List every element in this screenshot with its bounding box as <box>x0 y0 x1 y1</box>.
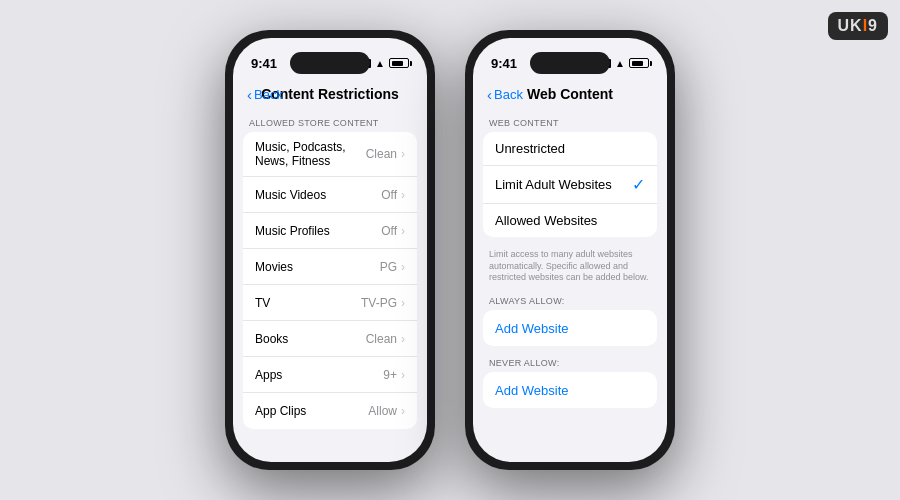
chevron-icon-0: › <box>401 147 405 161</box>
battery-icon-right <box>629 58 649 68</box>
row-value-2: Off <box>381 224 397 238</box>
row-value-4: TV-PG <box>361 296 397 310</box>
chevron-icon-7: › <box>401 404 405 418</box>
row-value-5: Clean <box>366 332 397 346</box>
nav-bar-left: ‹ Back Content Restrictions <box>233 82 427 110</box>
row-label-6: Apps <box>255 368 383 382</box>
dynamic-island-left <box>290 52 370 74</box>
checkmark-icon: ✓ <box>632 175 645 194</box>
chevron-icon-5: › <box>401 332 405 346</box>
web-content-section: WEB CONTENT Unrestricted Limit Adult Web… <box>473 110 667 462</box>
battery-icon-left <box>389 58 409 68</box>
wifi-icon-right: ▲ <box>615 58 625 69</box>
status-time-right: 9:41 <box>491 56 517 71</box>
list-item[interactable]: Allowed Websites <box>483 204 657 237</box>
chevron-icon-4: › <box>401 296 405 310</box>
web-options-group: Unrestricted Limit Adult Websites ✓ Allo… <box>483 132 657 237</box>
never-allow-header: NEVER ALLOW: <box>473 354 667 372</box>
list-item[interactable]: Limit Adult Websites ✓ <box>483 166 657 204</box>
web-row-allowed: Allowed Websites <box>495 213 597 228</box>
row-value-1: Off <box>381 188 397 202</box>
chevron-icon-1: › <box>401 188 405 202</box>
watermark-text-uk: UK <box>838 17 863 34</box>
table-row[interactable]: TV TV-PG › <box>243 285 417 321</box>
add-website-label-always: Add Website <box>495 321 568 336</box>
list-item[interactable]: Unrestricted <box>483 132 657 166</box>
table-row[interactable]: Music Profiles Off › <box>243 213 417 249</box>
watermark-text-num: 9 <box>868 17 878 34</box>
row-value-3: PG <box>380 260 397 274</box>
chevron-icon-6: › <box>401 368 405 382</box>
table-row[interactable]: Music, Podcasts, News, Fitness Clean › <box>243 132 417 177</box>
table-row[interactable]: Apps 9+ › <box>243 357 417 393</box>
wifi-icon-left: ▲ <box>375 58 385 69</box>
table-row[interactable]: Movies PG › <box>243 249 417 285</box>
web-row-limit-adult: Limit Adult Websites <box>495 177 612 192</box>
row-label-7: App Clips <box>255 404 368 418</box>
description-text: Limit access to many adult websites auto… <box>473 245 667 290</box>
back-button-left[interactable]: ‹ Back <box>247 86 283 103</box>
back-label-right: Back <box>494 87 523 102</box>
row-label-2: Music Profiles <box>255 224 381 238</box>
dynamic-island-right <box>530 52 610 74</box>
never-allow-group: Add Website <box>483 372 657 408</box>
phone-left: 9:41 ▲ ‹ Back Content Restrictions <box>225 30 435 470</box>
add-website-label-never: Add Website <box>495 383 568 398</box>
phone-left-screen: 9:41 ▲ ‹ Back Content Restrictions <box>233 38 427 462</box>
chevron-left-icon: ‹ <box>247 86 252 103</box>
row-value-0: Clean <box>366 147 397 161</box>
row-label-5: Books <box>255 332 366 346</box>
row-value-7: Allow <box>368 404 397 418</box>
row-label-3: Movies <box>255 260 380 274</box>
watermark: UKI9 <box>828 12 888 40</box>
always-allow-group: Add Website <box>483 310 657 346</box>
status-time-left: 9:41 <box>251 56 277 71</box>
back-button-right[interactable]: ‹ Back <box>487 86 523 103</box>
add-website-button-never[interactable]: Add Website <box>483 372 657 408</box>
row-value-6: 9+ <box>383 368 397 382</box>
settings-group-left: Music, Podcasts, News, Fitness Clean › M… <box>243 132 417 429</box>
back-label-left: Back <box>254 87 283 102</box>
settings-section-left: ALLOWED STORE CONTENT Music, Podcasts, N… <box>233 110 427 462</box>
web-section-header: WEB CONTENT <box>473 110 667 132</box>
phone-right-screen: 9:41 ▲ ‹ Back Web Content <box>473 38 667 462</box>
row-label-4: TV <box>255 296 361 310</box>
chevron-icon-3: › <box>401 260 405 274</box>
table-row[interactable]: Music Videos Off › <box>243 177 417 213</box>
table-row[interactable]: App Clips Allow › <box>243 393 417 429</box>
row-label-1: Music Videos <box>255 188 381 202</box>
add-website-button[interactable]: Add Website <box>483 310 657 346</box>
table-row[interactable]: Books Clean › <box>243 321 417 357</box>
row-label-0: Music, Podcasts, News, Fitness <box>255 140 366 168</box>
chevron-icon-2: › <box>401 224 405 238</box>
section-header-left: ALLOWED STORE CONTENT <box>233 110 427 132</box>
chevron-left-icon-right: ‹ <box>487 86 492 103</box>
nav-bar-right: ‹ Back Web Content <box>473 82 667 110</box>
phone-right: 9:41 ▲ ‹ Back Web Content <box>465 30 675 470</box>
web-row-unrestricted: Unrestricted <box>495 141 565 156</box>
always-allow-header: ALWAYS ALLOW: <box>473 290 667 310</box>
page-title-right: Web Content <box>527 86 613 102</box>
